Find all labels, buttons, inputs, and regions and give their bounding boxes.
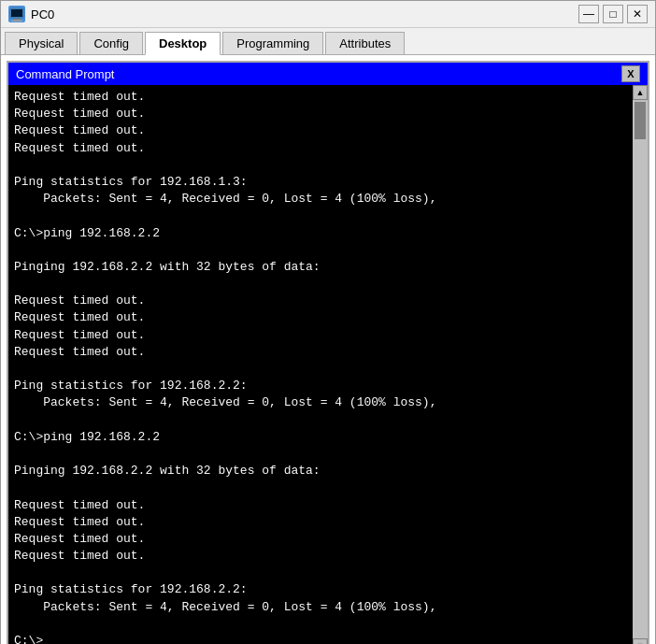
tab-config[interactable]: Config <box>79 32 143 54</box>
svg-rect-3 <box>11 9 22 17</box>
cmd-title: Command Prompt <box>16 67 114 81</box>
window-title: PC0 <box>31 7 573 21</box>
tab-desktop[interactable]: Desktop <box>145 32 221 55</box>
content-area: Command Prompt X Request timed out. Requ… <box>1 55 655 644</box>
main-window: PC0 — □ ✕ Physical Config Desktop Progra… <box>0 0 656 644</box>
maximize-button[interactable]: □ <box>603 5 623 23</box>
scroll-down-arrow[interactable]: ▼ <box>633 638 648 644</box>
svg-rect-2 <box>11 21 22 21</box>
tab-physical[interactable]: Physical <box>5 32 78 54</box>
cmd-window: Command Prompt X Request timed out. Requ… <box>7 61 649 644</box>
cmd-title-bar: Command Prompt X <box>8 63 648 85</box>
scroll-track[interactable] <box>633 100 648 638</box>
tab-programming[interactable]: Programming <box>222 32 323 54</box>
cmd-body: Request timed out. Request timed out. Re… <box>8 85 648 644</box>
title-bar: PC0 — □ ✕ <box>1 1 655 28</box>
svg-rect-1 <box>13 19 21 21</box>
scroll-thumb[interactable] <box>635 102 646 139</box>
tab-attributes[interactable]: Attributes <box>325 32 405 54</box>
scroll-up-arrow[interactable]: ▲ <box>633 85 648 100</box>
cmd-scrollbar[interactable]: ▲ ▼ <box>633 85 648 644</box>
window-controls: — □ ✕ <box>578 5 648 23</box>
minimize-button[interactable]: — <box>578 5 599 23</box>
cmd-output[interactable]: Request timed out. Request timed out. Re… <box>8 85 633 644</box>
close-button[interactable]: ✕ <box>627 5 648 23</box>
app-icon <box>8 6 25 22</box>
tab-bar: Physical Config Desktop Programming Attr… <box>1 28 655 55</box>
cmd-close-button[interactable]: X <box>621 65 640 82</box>
